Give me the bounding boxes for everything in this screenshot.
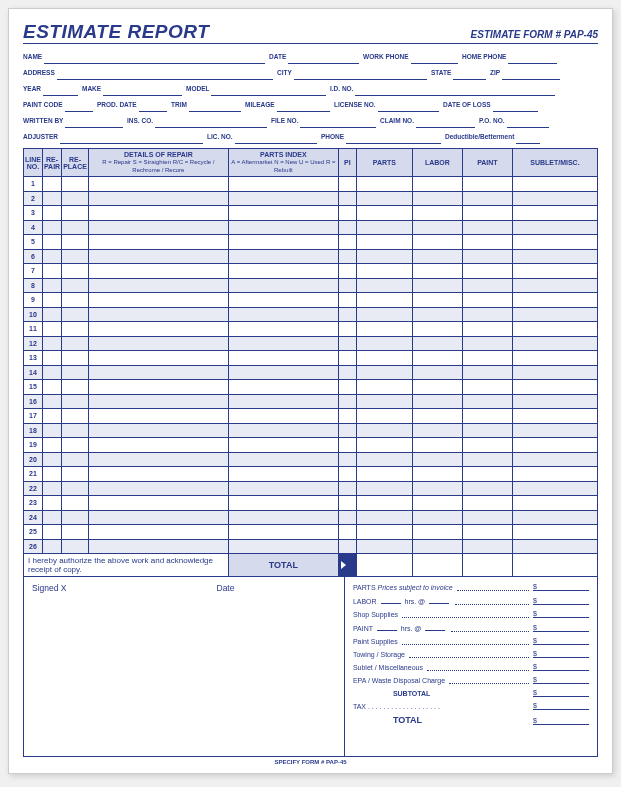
total-parts[interactable]	[356, 554, 412, 577]
cell[interactable]	[412, 394, 462, 409]
field-date[interactable]: DATE	[269, 50, 359, 64]
cell[interactable]	[412, 278, 462, 293]
cell[interactable]	[88, 264, 228, 279]
cell[interactable]	[512, 322, 597, 337]
amount-field[interactable]	[533, 610, 589, 618]
cell[interactable]	[228, 220, 338, 235]
cell[interactable]	[512, 278, 597, 293]
field-zip[interactable]: ZIP	[490, 66, 560, 80]
cell[interactable]	[228, 394, 338, 409]
cell[interactable]	[88, 380, 228, 395]
cell[interactable]	[412, 264, 462, 279]
field-claim-no-[interactable]: CLAIM NO.	[380, 114, 475, 128]
cell[interactable]	[462, 235, 512, 250]
cell[interactable]	[462, 264, 512, 279]
cell[interactable]	[412, 365, 462, 380]
cell[interactable]	[62, 510, 89, 525]
cell[interactable]	[228, 467, 338, 482]
cell[interactable]	[338, 481, 356, 496]
cell[interactable]	[42, 351, 61, 366]
cell[interactable]	[512, 206, 597, 221]
cell[interactable]	[42, 539, 61, 554]
field-adjuster[interactable]: ADJUSTER	[23, 130, 203, 144]
cell[interactable]	[462, 481, 512, 496]
cell[interactable]	[412, 191, 462, 206]
cell[interactable]	[62, 249, 89, 264]
field-date-of-loss[interactable]: DATE OF LOSS	[443, 98, 538, 112]
cell[interactable]	[512, 438, 597, 453]
cell[interactable]	[512, 496, 597, 511]
cell[interactable]	[338, 539, 356, 554]
cell[interactable]	[338, 438, 356, 453]
field-name[interactable]: NAME	[23, 50, 265, 64]
cell[interactable]	[462, 307, 512, 322]
cell[interactable]	[412, 467, 462, 482]
cell[interactable]	[356, 452, 412, 467]
cell[interactable]	[62, 539, 89, 554]
cell[interactable]	[42, 452, 61, 467]
cell[interactable]	[42, 264, 61, 279]
cell[interactable]	[412, 336, 462, 351]
subtotal-amount[interactable]	[533, 689, 589, 697]
cell[interactable]	[462, 322, 512, 337]
field-address[interactable]: ADDRESS	[23, 66, 273, 80]
cell[interactable]	[42, 206, 61, 221]
cell[interactable]	[62, 467, 89, 482]
cell[interactable]	[462, 438, 512, 453]
cell[interactable]	[228, 525, 338, 540]
cell[interactable]	[42, 438, 61, 453]
cell[interactable]	[412, 177, 462, 192]
cell[interactable]	[356, 249, 412, 264]
cell[interactable]	[88, 235, 228, 250]
cell[interactable]	[88, 467, 228, 482]
cell[interactable]	[62, 525, 89, 540]
cell[interactable]	[512, 307, 597, 322]
cell[interactable]	[338, 394, 356, 409]
cell[interactable]	[62, 307, 89, 322]
cell[interactable]	[62, 293, 89, 308]
field-i-d-no-[interactable]: I.D. NO.	[330, 82, 555, 96]
cell[interactable]	[462, 496, 512, 511]
cell[interactable]	[462, 278, 512, 293]
cell[interactable]	[356, 365, 412, 380]
cell[interactable]	[62, 264, 89, 279]
cell[interactable]	[62, 206, 89, 221]
cell[interactable]	[88, 365, 228, 380]
amount-field[interactable]	[533, 637, 589, 645]
cell[interactable]	[228, 365, 338, 380]
cell[interactable]	[462, 525, 512, 540]
cell[interactable]	[338, 336, 356, 351]
cell[interactable]	[88, 409, 228, 424]
cell[interactable]	[512, 525, 597, 540]
cell[interactable]	[356, 409, 412, 424]
cell[interactable]	[62, 365, 89, 380]
cell[interactable]	[88, 496, 228, 511]
cell[interactable]	[228, 336, 338, 351]
cell[interactable]	[512, 293, 597, 308]
cell[interactable]	[462, 220, 512, 235]
cell[interactable]	[412, 307, 462, 322]
cell[interactable]	[462, 249, 512, 264]
cell[interactable]	[412, 380, 462, 395]
cell[interactable]	[88, 394, 228, 409]
cell[interactable]	[88, 423, 228, 438]
cell[interactable]	[412, 423, 462, 438]
cell[interactable]	[42, 278, 61, 293]
cell[interactable]	[356, 336, 412, 351]
cell[interactable]	[42, 380, 61, 395]
total-sublet[interactable]	[512, 554, 597, 577]
cell[interactable]	[462, 177, 512, 192]
cell[interactable]	[42, 307, 61, 322]
cell[interactable]	[228, 481, 338, 496]
field-model[interactable]: MODEL	[186, 82, 326, 96]
field-year[interactable]: YEAR	[23, 82, 78, 96]
cell[interactable]	[42, 322, 61, 337]
amount-field[interactable]	[533, 583, 589, 591]
cell[interactable]	[512, 351, 597, 366]
cell[interactable]	[462, 380, 512, 395]
cell[interactable]	[228, 438, 338, 453]
field-written-by[interactable]: WRITTEN BY	[23, 114, 123, 128]
cell[interactable]	[338, 423, 356, 438]
field-state[interactable]: STATE	[431, 66, 486, 80]
field-p-o-no-[interactable]: P.O. NO.	[479, 114, 549, 128]
